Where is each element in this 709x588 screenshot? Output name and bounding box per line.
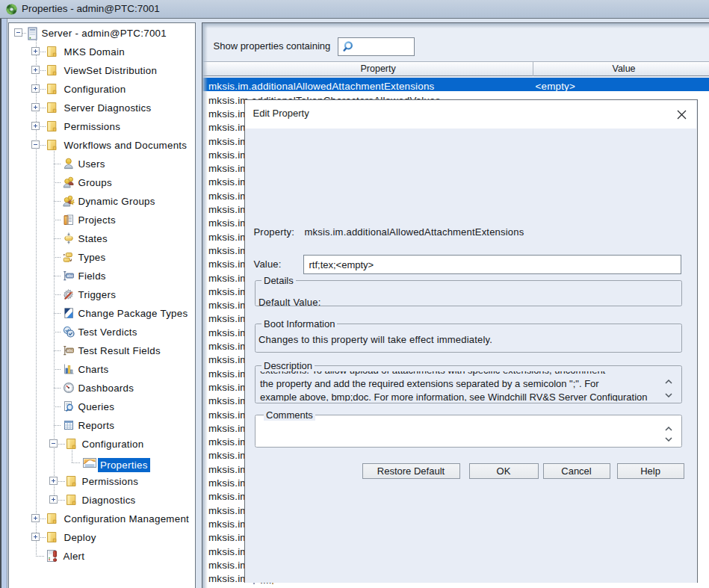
svg-text:abc: abc (66, 273, 73, 278)
svg-text:abc: abc (66, 348, 73, 353)
